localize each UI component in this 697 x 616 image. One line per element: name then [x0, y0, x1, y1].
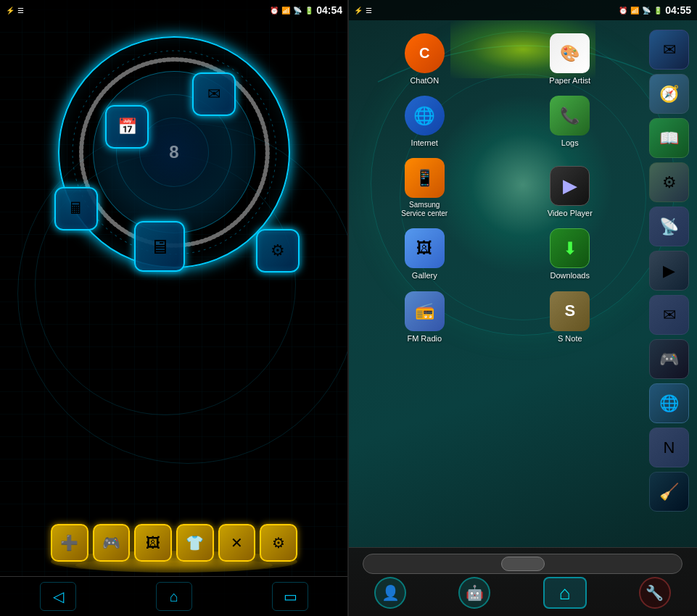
s-note-item[interactable]: S S Note: [499, 287, 642, 348]
samsung-label: SamsungService center: [401, 201, 448, 218]
alarm-icon: ⏰: [270, 7, 279, 14]
robot-btn[interactable]: 🤖: [458, 577, 490, 609]
right-side-column: ✉ 🧭 📖 ⚙ 📡 ▶ ✉ 🎮 🌐 N 🧹: [646, 25, 697, 544]
side-game-icon[interactable]: 🎮: [649, 339, 689, 379]
app-row-1: C ChatON 🎨 Paper Artist: [353, 29, 641, 90]
chaton-icon[interactable]: C: [405, 33, 445, 73]
downloads-icon[interactable]: ⬇: [550, 228, 590, 268]
samsung-icon[interactable]: 📱: [405, 158, 445, 198]
side-cast-icon[interactable]: 📡: [649, 207, 689, 246]
left-time: 04:54: [316, 4, 342, 16]
right-panel: ⚡ ☰ ⏰ 📶 📡 🔋 04:55 C ChatON 🎨 Pa: [348, 0, 697, 616]
gallery-item[interactable]: 🖼 Gallery: [353, 224, 496, 285]
side-nova-icon[interactable]: N: [649, 428, 689, 467]
fm-radio-item[interactable]: 📻 FM Radio: [353, 287, 496, 348]
gallery-label: Gallery: [412, 271, 437, 280]
notification-icon: ☰: [17, 7, 24, 14]
s-note-icon[interactable]: S: [550, 291, 590, 331]
paper-artist-item[interactable]: 🎨 Paper Artist: [499, 29, 642, 90]
logs-item[interactable]: 📞 Logs: [499, 91, 642, 152]
calc-icon-item[interactable]: 🖩: [54, 187, 98, 230]
dock-theme-btn[interactable]: 👕: [176, 524, 214, 562]
usb-icon: ⚡: [6, 7, 15, 14]
email-icon-box[interactable]: ✉: [192, 72, 236, 116]
robot-circle[interactable]: 🤖: [458, 577, 490, 609]
videoplayer-icon[interactable]: ▶: [550, 166, 590, 206]
side-browser-icon[interactable]: 🌐: [649, 383, 689, 423]
samsung-item[interactable]: 📱 SamsungService center: [353, 154, 496, 222]
app-row-2: 🌐 Internet 📞 Logs: [353, 91, 641, 152]
internet-icon[interactable]: 🌐: [405, 96, 445, 136]
dock-close-btn[interactable]: ✕: [218, 524, 256, 562]
recent-button[interactable]: ▭: [272, 582, 308, 611]
calendar-icon-box[interactable]: 📅: [105, 105, 149, 149]
right-status-right: ⏰ 📶 📡 🔋 04:55: [619, 4, 691, 16]
internet-item[interactable]: 🌐 Internet: [353, 91, 496, 152]
signal-icon: 📡: [293, 7, 302, 14]
person-circle[interactable]: 👤: [374, 577, 406, 609]
app-row-3: 📱 SamsungService center ▶ Video Player: [353, 154, 641, 222]
battery-icon-right: 🔋: [653, 7, 662, 14]
logs-label: Logs: [561, 138, 579, 148]
home-circle[interactable]: ⌂: [543, 577, 587, 609]
status-left-icons: ⚡ ☰: [6, 7, 24, 14]
s-note-label: S Note: [558, 334, 582, 344]
slider-handle[interactable]: [501, 557, 545, 571]
fm-radio-label: FM Radio: [407, 334, 442, 344]
right-bottom-bar: 👤 🤖 ⌂ 🔧: [348, 547, 697, 616]
right-status-left: ⚡ ☰: [354, 7, 372, 14]
usb-icon-right: ⚡: [354, 7, 363, 14]
home-btn-right[interactable]: ⌂: [543, 577, 587, 609]
settings-icon-box[interactable]: ⚙: [256, 229, 300, 272]
wrench-btn[interactable]: 🔧: [639, 577, 671, 609]
app-row-4: 🖼 Gallery ⬇ Downloads: [353, 224, 641, 285]
dock-icons-row: ➕ 🎮 🖼 👕 ✕ ⚙: [51, 524, 297, 562]
widget-icon-item[interactable]: 🖥: [134, 221, 185, 272]
downloads-item[interactable]: ⬇ Downloads: [499, 224, 642, 285]
side-email-icon[interactable]: ✉: [649, 30, 689, 70]
status-right-group: ⏰ 📶 📡 🔋 04:54: [270, 4, 342, 16]
right-app-grid: C ChatON 🎨 Paper Artist 🌐 Internet: [352, 25, 643, 544]
person-btn[interactable]: 👤: [374, 577, 406, 609]
logs-icon[interactable]: 📞: [550, 96, 590, 136]
left-dock: ➕ 🎮 🖼 👕 ✕ ⚙: [51, 507, 297, 573]
wifi-icon-right: 📶: [630, 7, 639, 14]
chaton-item[interactable]: C ChatON: [353, 29, 496, 90]
paper-artist-icon[interactable]: 🎨: [550, 33, 590, 73]
side-email2-icon[interactable]: ✉: [649, 295, 689, 335]
widget-icon-box[interactable]: 🖥: [134, 221, 185, 272]
email-icon-item[interactable]: ✉: [192, 72, 236, 116]
videoplayer-item[interactable]: ▶ Video Player: [499, 162, 642, 222]
left-panel: ⚡ ☰ ⏰ 📶 📡 🔋 04:54 8 📅 ✉ 🖩: [0, 0, 348, 616]
dock-add-btn[interactable]: ➕: [51, 524, 88, 562]
settings-icon-item[interactable]: ⚙: [256, 229, 300, 272]
fm-radio-icon[interactable]: 📻: [405, 291, 445, 331]
downloads-label: Downloads: [550, 271, 590, 280]
app-row-5: 📻 FM Radio S S Note: [353, 287, 641, 348]
center-number: 8: [169, 142, 178, 162]
left-bottom-nav: ◁ ⌂ ▭: [0, 576, 348, 616]
home-button-left[interactable]: ⌂: [156, 582, 192, 611]
signal-icon-right: 📡: [642, 7, 651, 14]
side-dict-icon[interactable]: 📖: [649, 118, 689, 158]
dock-settings-btn[interactable]: ⚙: [260, 524, 297, 562]
side-clean-icon[interactable]: 🧹: [649, 472, 689, 512]
side-settings-icon[interactable]: ⚙: [649, 162, 689, 202]
bottom-slider[interactable]: [363, 554, 682, 574]
videoplayer-label: Video Player: [548, 209, 593, 218]
calc-icon-box[interactable]: 🖩: [54, 187, 98, 230]
dock-media-btn[interactable]: 🖼: [134, 524, 172, 562]
calendar-icon-item[interactable]: 📅: [105, 105, 149, 149]
battery-icon: 🔋: [305, 7, 313, 14]
wrench-circle[interactable]: 🔧: [639, 577, 671, 609]
side-launcher-icon[interactable]: ▶: [649, 251, 689, 291]
right-status-bar: ⚡ ☰ ⏰ 📶 📡 🔋 04:55: [348, 0, 697, 20]
internet-label: Internet: [411, 138, 438, 148]
alarm-icon-right: ⏰: [619, 7, 627, 14]
side-nav-icon[interactable]: 🧭: [649, 74, 689, 114]
notif-icon-right: ☰: [366, 7, 372, 14]
panel-divider: [347, 0, 349, 616]
back-button[interactable]: ◁: [40, 582, 76, 611]
gallery-icon[interactable]: 🖼: [405, 228, 445, 268]
dock-games-btn[interactable]: 🎮: [93, 524, 131, 562]
